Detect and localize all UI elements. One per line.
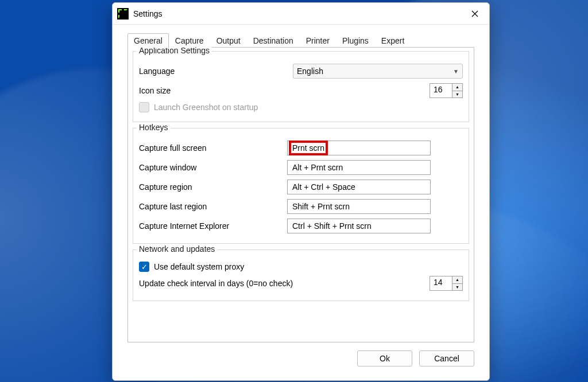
hotkey-input-ie[interactable]: Ctrl + Shift + Prnt scrn: [287, 219, 431, 233]
hotkey-label-ie: Capture Internet Explorer: [139, 221, 242, 231]
icon-size-value[interactable]: 16: [430, 83, 452, 98]
settings-window: Settings General Capture Output Destinat…: [112, 2, 490, 381]
tab-destination[interactable]: Destination: [247, 33, 300, 48]
launch-on-startup-row: Launch Greenshot on startup: [139, 102, 463, 112]
titlebar[interactable]: Settings: [113, 3, 489, 25]
tab-plugins[interactable]: Plugins: [336, 33, 375, 48]
update-interval-label: Update check interval in days (0=no chec…: [139, 279, 369, 288]
tab-output[interactable]: Output: [210, 33, 247, 48]
hotkey-label-region: Capture region: [139, 182, 242, 192]
update-interval-step-down[interactable]: ▼: [452, 284, 462, 291]
fieldset-network-updates: Network and updates Use default system p…: [133, 250, 469, 301]
tab-printer[interactable]: Printer: [300, 33, 336, 48]
hotkey-input-last-region[interactable]: Shift + Prnt scrn: [287, 199, 431, 214]
hotkey-label-last-region: Capture last region: [139, 202, 242, 211]
chevron-down-icon: ▼: [453, 68, 459, 75]
hotkey-value-region: Alt + Ctrl + Space: [291, 182, 357, 192]
language-value: English: [297, 67, 323, 76]
hotkey-value-full-screen: Prnt scrn: [291, 143, 326, 153]
launch-on-startup-checkbox: [139, 102, 149, 112]
language-select[interactable]: English ▼: [293, 64, 463, 79]
close-button[interactable]: [462, 3, 488, 24]
icon-size-step-down[interactable]: ▼: [452, 91, 462, 98]
use-proxy-row[interactable]: Use default system proxy: [139, 262, 463, 272]
update-interval-step-up[interactable]: ▲: [452, 276, 462, 284]
use-proxy-label: Use default system proxy: [154, 262, 244, 271]
dialog-button-bar: Ok Cancel: [113, 348, 489, 380]
hotkey-input-full-screen[interactable]: Prnt scrn: [287, 141, 431, 155]
hotkey-label-full-screen: Capture full screen: [139, 143, 242, 153]
launch-on-startup-label: Launch Greenshot on startup: [154, 103, 258, 112]
close-icon: [471, 10, 478, 17]
update-interval-stepper[interactable]: 14 ▲ ▼: [430, 276, 463, 291]
tab-strip: General Capture Output Destination Print…: [113, 25, 489, 47]
ok-button[interactable]: Ok: [357, 350, 412, 367]
icon-size-label: Icon size: [139, 86, 293, 95]
icon-size-stepper[interactable]: 16 ▲ ▼: [430, 83, 463, 98]
hotkey-value-ie: Ctrl + Shift + Prnt scrn: [291, 221, 373, 231]
hotkey-label-window: Capture window: [139, 163, 242, 172]
language-label: Language: [139, 67, 293, 76]
update-interval-value[interactable]: 14: [430, 276, 452, 291]
legend-network-updates: Network and updates: [137, 244, 217, 254]
cancel-button[interactable]: Cancel: [419, 350, 474, 367]
greenshot-icon: [117, 8, 129, 20]
hotkey-input-window[interactable]: Alt + Prnt scrn: [287, 160, 431, 175]
tab-panel-general: Application Settings Language English ▼ …: [127, 47, 474, 342]
hotkey-value-window: Alt + Prnt scrn: [291, 162, 344, 173]
fieldset-application-settings: Application Settings Language English ▼ …: [133, 51, 469, 122]
fieldset-hotkeys: Hotkeys Capture full screen Prnt scrn Ca…: [133, 128, 469, 244]
hotkey-input-region[interactable]: Alt + Ctrl + Space: [287, 180, 431, 194]
window-title: Settings: [133, 9, 163, 18]
legend-hotkeys: Hotkeys: [137, 123, 171, 132]
tab-expert[interactable]: Expert: [375, 33, 411, 48]
use-proxy-checkbox[interactable]: [139, 262, 149, 272]
icon-size-step-up[interactable]: ▲: [452, 84, 462, 91]
tab-general[interactable]: General: [127, 33, 169, 48]
hotkey-value-last-region: Shift + Prnt scrn: [291, 201, 351, 212]
